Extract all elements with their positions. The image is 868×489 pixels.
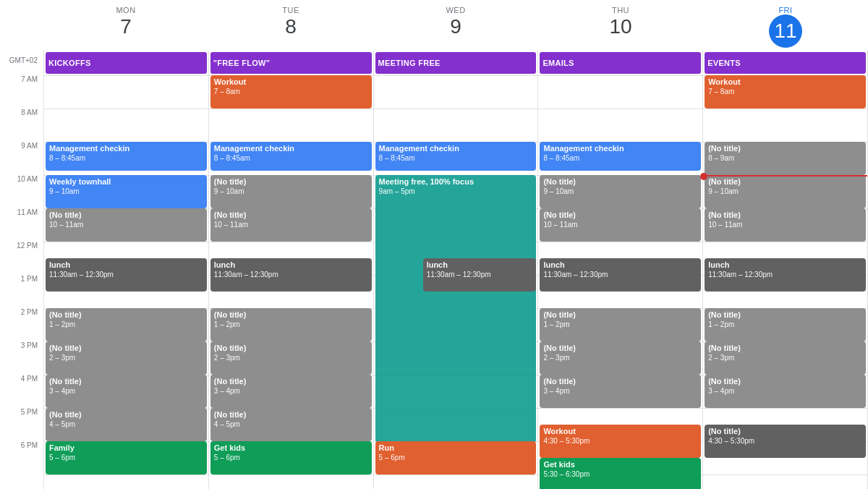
time-column: GMT+02 7 AM 8 AM 9 AM 10 AM 11 AM 12 PM …: [0, 51, 43, 489]
day-num-thu: 10: [538, 14, 703, 39]
time-4pm: 4 PM: [0, 372, 43, 405]
event-mon-mgmt[interactable]: Management checkin 8 – 8:45am: [46, 142, 207, 171]
event-fri-lunch[interactable]: lunch 11:30am – 12:30pm: [705, 258, 866, 292]
day-col-fri: EVENTS: [702, 51, 868, 489]
banner-fri: EVENTS: [705, 52, 866, 74]
time-9am: 9 AM: [0, 139, 43, 172]
day-num-wed: 9: [373, 14, 538, 39]
event-fri-notitle-8[interactable]: (No title) 8 – 9am: [705, 142, 866, 175]
event-fri-notitle-9[interactable]: (No title) 9 – 10am: [705, 175, 866, 208]
event-thu-notitle-10[interactable]: (No title) 10 – 11am: [540, 208, 701, 242]
event-tue-notitle-1[interactable]: (No title) 1 – 2pm: [210, 308, 372, 341]
day-name-fri: FRI: [703, 6, 868, 14]
banner-tue: "FREE FLOW": [210, 52, 372, 74]
event-fri-notitle-430[interactable]: (No title) 4:30 – 5:30pm: [705, 425, 866, 458]
time-11am: 11 AM: [0, 205, 43, 239]
time-1pm: 1 PM: [0, 272, 43, 305]
event-wed-meetingfree[interactable]: Meeting free, 100% focus 9am – 5pm: [375, 175, 537, 443]
event-thu-notitle-1[interactable]: (No title) 1 – 2pm: [540, 308, 701, 341]
day-name-tue: TUE: [208, 6, 373, 14]
event-mon-notitle-1[interactable]: (No title) 1 – 2pm: [46, 308, 207, 341]
event-fri-notitle-10[interactable]: (No title) 10 – 11am: [705, 208, 866, 242]
banner-thu: EMAILS: [540, 52, 701, 74]
time-3pm: 3 PM: [0, 339, 43, 372]
event-tue-notitle-4[interactable]: (No title) 4 – 5pm: [210, 408, 372, 441]
event-tue-notitle-2[interactable]: (No title) 2 – 3pm: [210, 341, 372, 375]
event-wed-lunch[interactable]: lunch 11:30am – 12:30pm: [423, 258, 537, 292]
timeslots-thu: Management checkin 8 – 8:45am (No title)…: [538, 75, 702, 489]
banner-wed: MEETING FREE: [375, 52, 537, 74]
event-tue-workout[interactable]: Workout 7 – 8am: [210, 75, 372, 109]
event-wed-run[interactable]: Run 5 – 6pm: [375, 441, 537, 475]
timeslots-tue: Workout 7 – 8am Management checkin 8 – 8…: [209, 75, 373, 489]
event-fri-notitle-3[interactable]: (No title) 3 – 4pm: [705, 375, 866, 408]
event-tue-notitle-10[interactable]: (No title) 10 – 11am: [210, 208, 372, 242]
event-mon-family[interactable]: Family 5 – 6pm: [46, 441, 207, 475]
event-thu-lunch[interactable]: lunch 11:30am – 12:30pm: [540, 258, 701, 292]
event-mon-lunch[interactable]: lunch 11:30am – 12:30pm: [46, 258, 207, 292]
day-header-mon: MON 7: [43, 0, 208, 51]
day-name-mon: MON: [43, 6, 208, 14]
event-tue-lunch[interactable]: lunch 11:30am – 12:30pm: [210, 258, 372, 292]
timeslots-wed: Management checkin 8 – 8:45am Meeting fr…: [374, 75, 538, 489]
day-num-tue: 8: [208, 14, 373, 39]
day-header-tue: TUE 8: [208, 0, 373, 51]
event-mon-notitle-2[interactable]: (No title) 2 – 3pm: [46, 341, 207, 375]
day-col-mon: KICKOFFS Mana: [43, 51, 208, 489]
event-thu-notitle-3[interactable]: (No title) 3 – 4pm: [540, 375, 701, 408]
time-10am: 10 AM: [0, 172, 43, 205]
event-thu-notitle-9[interactable]: (No title) 9 – 10am: [540, 175, 701, 208]
time-8am: 8 AM: [0, 106, 43, 139]
event-wed-mgmt[interactable]: Management checkin 8 – 8:45am: [375, 142, 537, 171]
event-tue-notitle-9[interactable]: (No title) 9 – 10am: [210, 175, 372, 208]
calendar-body: GMT+02 7 AM 8 AM 9 AM 10 AM 11 AM 12 PM …: [0, 51, 868, 489]
event-thu-mgmt[interactable]: Management checkin 8 – 8:45am: [540, 142, 701, 171]
time-6pm: 6 PM: [0, 438, 43, 472]
timeslots-fri: Workout 7 – 8am (No title) 8 – 9am (No t…: [703, 75, 867, 489]
day-num-fri: 11: [769, 14, 802, 48]
event-thu-workout[interactable]: Workout 4:30 – 5:30pm: [540, 425, 701, 458]
day-col-tue: "FREE FLOW" Workout: [208, 51, 373, 489]
day-name-wed: WED: [373, 6, 538, 14]
event-thu-getkids[interactable]: Get kids 5:30 – 6:30pm: [540, 458, 701, 489]
day-col-wed: MEETING FREE Management: [373, 51, 538, 489]
event-mon-notitle-3[interactable]: (No title) 3 – 4pm: [46, 375, 207, 408]
banner-mon: KICKOFFS: [46, 52, 207, 74]
calendar-container: MON 7 TUE 8 WED 9 THU 10 FRI 11 GMT+02 7…: [0, 0, 868, 489]
event-tue-mgmt[interactable]: Management checkin 8 – 8:45am: [210, 142, 372, 171]
time-7am: 7 AM: [0, 72, 43, 106]
days-grid: KICKOFFS Mana: [43, 51, 868, 489]
event-thu-notitle-2[interactable]: (No title) 2 – 3pm: [540, 341, 701, 375]
time-5pm: 5 PM: [0, 405, 43, 438]
time-2pm: 2 PM: [0, 305, 43, 339]
day-header-wed: WED 9: [373, 0, 538, 51]
event-fri-notitle-2[interactable]: (No title) 2 – 3pm: [705, 341, 866, 375]
header-row: MON 7 TUE 8 WED 9 THU 10 FRI 11: [43, 0, 868, 51]
day-header-thu: THU 10: [538, 0, 703, 51]
event-tue-getkids[interactable]: Get kids 5 – 6pm: [210, 441, 372, 475]
event-mon-notitle-10[interactable]: (No title) 10 – 11am: [46, 208, 207, 242]
day-num-mon: 7: [43, 14, 208, 39]
timeslots-mon: Management checkin 8 – 8:45am Weekly tow…: [44, 75, 208, 489]
day-col-thu: EMAILS Management checki: [537, 51, 702, 489]
day-name-thu: THU: [538, 6, 703, 14]
timezone-label: GMT+02: [0, 51, 43, 72]
event-fri-notitle-1[interactable]: (No title) 1 – 2pm: [705, 308, 866, 341]
day-header-fri: FRI 11: [703, 0, 868, 51]
event-tue-notitle-3[interactable]: (No title) 3 – 4pm: [210, 375, 372, 408]
event-fri-workout[interactable]: Workout 7 – 8am: [705, 75, 866, 109]
event-mon-notitle-4[interactable]: (No title) 4 – 5pm: [46, 408, 207, 441]
event-mon-townhall[interactable]: Weekly townhall 9 – 10am: [46, 175, 207, 208]
time-12pm: 12 PM: [0, 239, 43, 272]
